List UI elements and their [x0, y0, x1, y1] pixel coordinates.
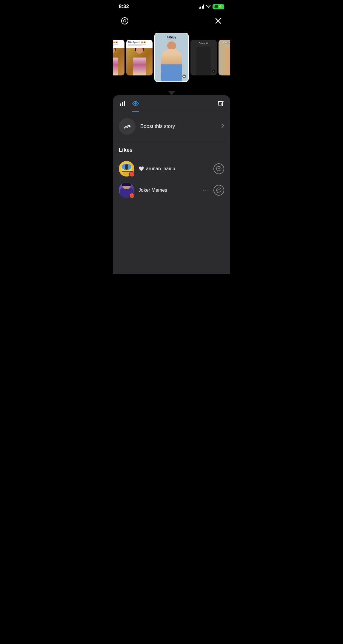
battery-indicator: 85 ⚡: [213, 4, 224, 9]
svg-rect-7: [120, 103, 121, 106]
messenger-button-joker[interactable]: [213, 185, 224, 196]
like-actions-joker: ···: [203, 185, 224, 196]
thumb-475-main[interactable]: 475lbs: [154, 33, 189, 82]
svg-point-10: [134, 102, 137, 105]
like-item-joker: ❤️ Joker Memes ···: [119, 179, 224, 201]
tab-activity[interactable]: [132, 100, 139, 112]
svg-rect-9: [124, 101, 125, 106]
more-options-arunan[interactable]: ···: [203, 166, 209, 172]
svg-point-0: [121, 18, 128, 24]
username-arunan: 🤍 arunan_naidu: [139, 166, 199, 171]
close-button[interactable]: [212, 15, 224, 27]
svg-point-4: [182, 75, 186, 78]
status-icons: 85 ⚡: [199, 4, 224, 9]
thumb-speech2[interactable]: This Speech 🔥😮: [126, 40, 153, 75]
likes-section: Likes ❤️ 🤍 a: [113, 141, 230, 204]
signal-icon: [199, 4, 204, 9]
svg-point-1: [124, 20, 126, 22]
likes-title: Likes: [119, 147, 224, 153]
avatar-joker[interactable]: ❤️: [119, 182, 134, 198]
avatar-arunan[interactable]: ❤️: [119, 161, 134, 177]
thumb-speech1[interactable]: This Speech 🔥😮: [113, 40, 124, 75]
username-joker: Joker Memes: [139, 188, 199, 193]
delete-button[interactable]: [217, 100, 224, 112]
story-thumbnails-row: This Speech 🔥😮 This Speech 🔥😮: [113, 33, 230, 91]
wifi-icon: [206, 4, 211, 9]
like-item: ❤️ 🤍 arunan_naidu ···: [119, 158, 224, 179]
like-actions-arunan: ···: [203, 163, 224, 174]
thumb-forlife[interactable]: For my life T: [190, 40, 217, 75]
tab-bar: [113, 95, 230, 112]
boost-icon-circle: [119, 118, 136, 135]
top-controls: [113, 12, 230, 33]
tab-stats[interactable]: [119, 100, 126, 112]
more-options-joker[interactable]: ···: [203, 187, 209, 193]
tab-icons: [119, 100, 139, 112]
triangle-pointer: [113, 91, 230, 95]
svg-text:T: T: [213, 70, 215, 72]
like-heart-joker: ❤️: [129, 193, 135, 199]
thumb-mirror[interactable]: I lost trust in myself: [219, 40, 230, 75]
status-time: 8:32: [119, 4, 129, 10]
status-bar: 8:32 85 ⚡: [113, 0, 230, 12]
svg-rect-8: [122, 102, 123, 106]
boost-chevron-icon: [221, 123, 224, 130]
boost-section[interactable]: Boost this story: [113, 112, 230, 141]
like-heart-arunan: ❤️: [129, 171, 135, 177]
settings-button[interactable]: [119, 15, 131, 27]
boost-label: Boost this story: [140, 123, 221, 129]
messenger-button-arunan[interactable]: [213, 163, 224, 174]
bottom-panel: Boost this story Likes: [113, 95, 230, 274]
